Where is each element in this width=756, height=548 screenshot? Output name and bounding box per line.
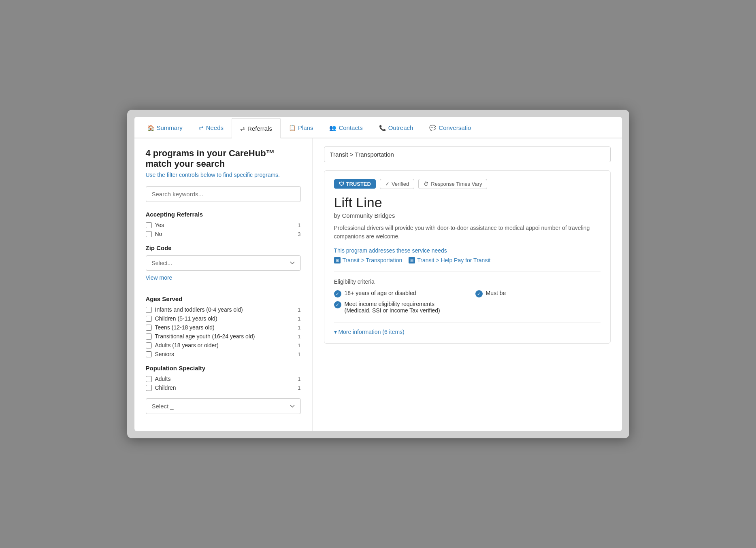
checkbox-teens-input[interactable] (146, 325, 152, 331)
tab-outreach[interactable]: 📞 Outreach (371, 117, 422, 138)
zip-code-label: Zip Code (146, 244, 301, 251)
check-circle-1: ✓ (334, 290, 341, 297)
adults-count: 1 (298, 342, 300, 348)
eligibility-title: Eligibility criteria (334, 278, 601, 285)
adults-label: Adults (18 years or older) (155, 342, 219, 348)
right-panel: 🛡 TRUSTED ✓ Verified ⏱ Response Times Va… (313, 138, 622, 431)
checkbox-transitional: Transitional age youth (16-24 years old)… (146, 333, 301, 340)
program-org: by Community Bridges (334, 212, 601, 219)
transit-icon-1: ⊞ (334, 257, 341, 263)
tab-summary[interactable]: 🏠 Summary (139, 117, 191, 138)
ages-served-label: Ages Served (146, 295, 301, 302)
checkbox-adults-input[interactable] (146, 342, 152, 348)
transitional-count: 1 (298, 333, 300, 340)
infants-label: Infants and toddlers (0-4 years old) (155, 306, 243, 313)
eligibility-section: Eligibility criteria ✓ 18+ years of age … (334, 272, 601, 317)
check-circle-2: ✓ (334, 301, 341, 308)
filter-zip-code: Zip Code Select... View more (146, 244, 301, 288)
accepting-referrals-label: Accepting Referrals (146, 211, 301, 218)
referrals-icon: ⇄ (240, 125, 245, 132)
pop-children-label: Children (155, 384, 176, 391)
population-specialty-label: Population Specialty (146, 365, 301, 372)
service-needs-title: This program addresses these service nee… (334, 247, 601, 254)
checkbox-no: No 3 (146, 231, 301, 237)
zip-select[interactable]: Select... (146, 255, 301, 271)
checkbox-yes: Yes 1 (146, 222, 301, 228)
check-icon: ✓ (385, 181, 390, 187)
tab-needs[interactable]: ⇄ Needs (191, 117, 232, 138)
checkbox-no-input[interactable] (146, 231, 152, 237)
program-name: Lift Line (334, 195, 601, 210)
checkbox-teens: Teens (12-18 years old) 1 (146, 324, 301, 331)
clock-icon: ⏱ (424, 181, 429, 187)
outreach-icon: 📞 (379, 125, 386, 131)
response-times-badge: ⏱ Response Times Vary (418, 179, 487, 189)
service-tag-help-pay: ⊞ Transit > Help Pay for Transit (409, 257, 490, 263)
seniors-label: Seniors (155, 351, 174, 357)
eligibility-item-age: ✓ 18+ years of age or disabled (334, 290, 459, 297)
pop-adults-count: 1 (298, 376, 300, 382)
more-info-link[interactable]: ▾ More information (6 items) (334, 329, 601, 335)
checkbox-adults: Adults (18 years or older) 1 (146, 342, 301, 348)
tab-contacts[interactable]: 👥 Contacts (321, 117, 371, 138)
conversations-icon: 💬 (429, 125, 436, 131)
page-subtitle: Use the filter controls below to find sp… (146, 172, 301, 178)
sidebar: 4 programs in your CareHub™ match your s… (134, 138, 313, 431)
filter-accepting-referrals: Accepting Referrals Yes 1 No 3 (146, 211, 301, 237)
select-dropdown[interactable]: Select _ (146, 398, 301, 414)
plans-icon: 📋 (289, 125, 296, 131)
checkbox-pop-children-input[interactable] (146, 385, 152, 391)
checkbox-pop-adults-input[interactable] (146, 376, 152, 382)
tab-referrals[interactable]: ⇄ Referrals (232, 118, 281, 138)
transit-icon-2: ⊞ (409, 257, 415, 263)
transitional-label: Transitional age youth (16-24 years old) (155, 333, 255, 340)
checkbox-pop-children: Children 1 (146, 384, 301, 391)
more-info-section: ▾ More information (6 items) (334, 323, 601, 335)
search-input[interactable] (146, 186, 301, 202)
checkbox-yes-input[interactable] (146, 222, 152, 228)
filter-population-specialty: Population Specialty Adults 1 Children (146, 365, 301, 391)
needs-icon: ⇄ (199, 125, 204, 131)
contacts-icon: 👥 (329, 125, 336, 131)
checkbox-children-input[interactable] (146, 316, 152, 322)
eligibility-items: ✓ 18+ years of age or disabled ✓ Meet in… (334, 290, 601, 317)
yes-label: Yes (155, 222, 164, 228)
eligibility-item-must-be: ✓ Must be (475, 290, 601, 297)
checkbox-infants-input[interactable] (146, 307, 152, 313)
eligibility-left-col: ✓ 18+ years of age or disabled ✓ Meet in… (334, 290, 459, 317)
filter-ages-served: Ages Served Infants and toddlers (0-4 ye… (146, 295, 301, 357)
program-description: Professional drivers will provide you wi… (334, 224, 601, 241)
tab-conversations[interactable]: 💬 Conversatio (421, 117, 479, 138)
eligibility-item-income: ✓ Meet income eligibility requirements (… (334, 301, 459, 314)
teens-label: Teens (12-18 years old) (155, 324, 215, 331)
checkbox-seniors-input[interactable] (146, 351, 152, 357)
eligibility-right-col: ✓ Must be (475, 290, 601, 317)
trusted-badge: 🛡 TRUSTED (334, 179, 376, 189)
check-circle-3: ✓ (475, 290, 483, 297)
program-card: 🛡 TRUSTED ✓ Verified ⏱ Response Times Va… (324, 170, 611, 344)
view-more-link[interactable]: View more (146, 274, 172, 281)
filter-select: Select _ (146, 398, 301, 414)
pop-children-count: 1 (298, 385, 300, 391)
service-tags: ⊞ Transit > Transportation ⊞ Transit > H… (334, 257, 601, 263)
page-title: 4 programs in your CareHub™ match your s… (146, 148, 301, 169)
tab-plans[interactable]: 📋 Plans (281, 117, 322, 138)
checkbox-transitional-input[interactable] (146, 333, 152, 340)
zip-wrapper: Select... (146, 255, 301, 271)
checkbox-pop-adults: Adults 1 (146, 376, 301, 382)
window-frame: 🏠 Summary ⇄ Needs ⇄ Referrals 📋 Plans 👥 … (127, 110, 629, 438)
pop-adults-label: Adults (155, 376, 171, 382)
service-path-input[interactable] (324, 147, 611, 162)
teens-count: 1 (298, 325, 300, 331)
main-content: 4 programs in your CareHub™ match your s… (134, 138, 622, 431)
seniors-count: 1 (298, 351, 300, 357)
window-inner: 🏠 Summary ⇄ Needs ⇄ Referrals 📋 Plans 👥 … (134, 117, 622, 431)
service-tag-transportation: ⊞ Transit > Transportation (334, 257, 402, 263)
children-label: Children (5-11 years old) (155, 315, 217, 322)
home-icon: 🏠 (147, 125, 154, 131)
yes-count: 1 (298, 222, 300, 228)
children-count: 1 (298, 316, 300, 322)
checkbox-seniors: Seniors 1 (146, 351, 301, 357)
verified-badge: ✓ Verified (380, 179, 414, 189)
no-label: No (155, 231, 162, 237)
